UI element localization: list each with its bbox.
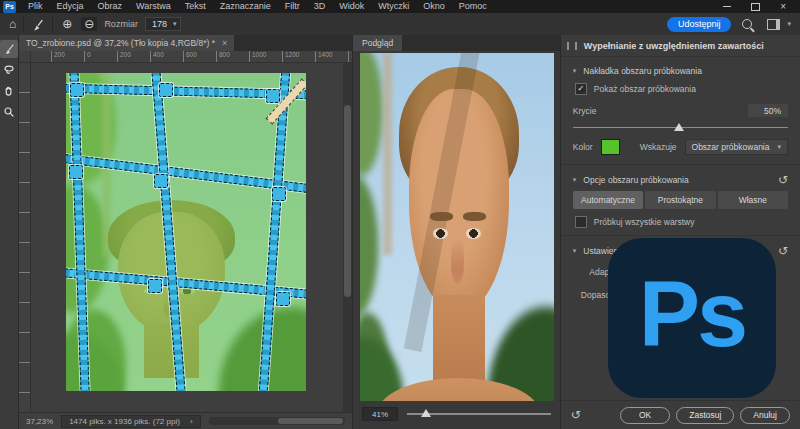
document-dimensions: 1474 piks. x 1936 piks. (72 ppi) xyxy=(69,417,180,426)
close-icon[interactable]: × xyxy=(780,2,786,12)
shoulders xyxy=(377,378,540,401)
panel-title: Wypełnianie z uwzględnieniem zawartości xyxy=(584,41,764,51)
lasso-tool[interactable] xyxy=(0,61,18,79)
preview-tab[interactable]: Podgląd xyxy=(353,35,402,51)
chevron-down-icon: ▾ xyxy=(173,20,177,28)
menu-pomoc[interactable]: Pomoc xyxy=(452,0,494,13)
separator xyxy=(52,17,53,31)
tab-close-icon[interactable]: × xyxy=(222,38,227,48)
menu-edycja[interactable]: Edycja xyxy=(50,0,91,13)
menu-warstwa[interactable]: Warstwa xyxy=(129,0,178,13)
reset-icon[interactable]: ↺ xyxy=(778,245,788,257)
apply-button[interactable]: Zastosuj xyxy=(676,407,734,424)
sample-all-layers-label: Próbkuj wszystkie warstwy xyxy=(594,217,695,227)
share-button[interactable]: Udostępnij xyxy=(667,17,732,32)
sampling-brush-tool[interactable] xyxy=(0,40,18,58)
menu-filtr[interactable]: Filtr xyxy=(278,0,307,13)
menu-okno[interactable]: Okno xyxy=(416,0,452,13)
show-sampling-label: Pokaż obszar próbkowania xyxy=(594,84,696,94)
document-status-bar: 37,23% 1474 piks. x 1936 piks. (72 ppi) … xyxy=(19,412,352,429)
mode-auto-button[interactable]: Automatyczne xyxy=(573,191,643,209)
photoshop-window: Ps Plik Edycja Obraz Warstwa Tekst Zazna… xyxy=(0,0,800,429)
hand-tool[interactable] xyxy=(0,82,18,100)
document-dimensions-box[interactable]: 1474 piks. x 1936 piks. (72 ppi) › xyxy=(61,415,200,428)
tool-strip xyxy=(0,35,19,429)
workspace-switcher-icon[interactable] xyxy=(767,19,780,30)
document-tab[interactable]: TO_zrobione.psd @ 37,2% (Tło kopia 4,RGB… xyxy=(19,35,234,51)
net-knot xyxy=(154,174,168,188)
subtract-from-sampling-icon[interactable]: ⊖ xyxy=(81,17,97,31)
sampling-section-header[interactable]: ▾ Opcje obszaru próbkowania ↺ xyxy=(573,174,788,186)
divider xyxy=(561,235,800,236)
menu-3d[interactable]: 3D xyxy=(307,0,333,13)
overlay-section-title: Nakładka obszaru próbkowania xyxy=(583,66,702,76)
vertical-scrollbar-thumb[interactable] xyxy=(344,105,351,297)
mode-custom-button[interactable]: Własne xyxy=(718,191,788,209)
document-canvas[interactable] xyxy=(31,63,343,412)
menu-wtyczki[interactable]: Wtyczki xyxy=(371,0,416,13)
color-label: Kolor xyxy=(573,142,593,152)
ruler-tick: 200 xyxy=(51,51,84,62)
menu-widok[interactable]: Widok xyxy=(332,0,371,13)
horizontal-scrollbar[interactable] xyxy=(209,417,345,425)
eye xyxy=(466,228,481,239)
preview-zoom-bar: 41% xyxy=(353,405,560,429)
show-sampling-area-row[interactable]: ✓ Pokaż obszar próbkowania xyxy=(573,83,788,95)
preview-zoom-value[interactable]: 41% xyxy=(362,407,398,421)
sample-all-layers-checkbox[interactable] xyxy=(575,216,587,228)
mode-rectangular-button[interactable]: Prostokątne xyxy=(645,191,715,209)
home-icon[interactable]: ⌂ xyxy=(9,18,16,30)
show-sampling-checkbox[interactable]: ✓ xyxy=(575,83,587,95)
title-bar: Ps Plik Edycja Obraz Warstwa Tekst Zazna… xyxy=(0,0,800,13)
overlay-color-swatch[interactable] xyxy=(601,139,620,155)
zoom-percentage[interactable]: 37,23% xyxy=(26,417,53,426)
indicates-value: Obszar próbkowania xyxy=(692,142,770,152)
preview-zoom-slider-thumb[interactable] xyxy=(421,409,431,417)
chevron-down-icon[interactable]: ▾ xyxy=(787,20,791,28)
status-arrow-icon: › xyxy=(190,417,193,426)
check-icon: ✓ xyxy=(577,85,584,93)
minimize-icon[interactable] xyxy=(723,6,731,7)
vertical-scrollbar[interactable] xyxy=(343,63,352,412)
brush-size-input[interactable]: 178 ▾ xyxy=(145,17,182,31)
overlay-color-row: Kolor Wskazuje Obszar próbkowania ▾ xyxy=(573,139,788,155)
ruler-tick: 1400 xyxy=(315,51,348,62)
net-knot xyxy=(70,83,84,97)
sample-all-layers-row[interactable]: Próbkuj wszystkie warstwy xyxy=(573,216,788,228)
canvas-row xyxy=(19,63,352,412)
horizontal-scrollbar-thumb[interactable] xyxy=(278,418,343,424)
preview-image[interactable] xyxy=(360,53,554,401)
search-icon[interactable] xyxy=(742,19,752,29)
ruler-tick: 400 xyxy=(150,51,183,62)
ok-button[interactable]: OK xyxy=(620,407,670,424)
document-tab-bar: TO_zrobione.psd @ 37,2% (Tło kopia 4,RGB… xyxy=(19,35,352,51)
document-tab-title: TO_zrobione.psd @ 37,2% (Tło kopia 4,RGB… xyxy=(26,38,215,48)
zoom-tool[interactable] xyxy=(0,103,18,121)
photoshop-logo-text: Ps xyxy=(639,268,746,360)
menu-tekst[interactable]: Tekst xyxy=(178,0,213,13)
chevron-down-icon: ▾ xyxy=(777,143,781,151)
opacity-label: Krycie xyxy=(573,106,597,116)
brush-size-value: 178 xyxy=(152,19,167,29)
menu-plik[interactable]: Plik xyxy=(21,0,50,13)
indicates-dropdown[interactable]: Obszar próbkowania ▾ xyxy=(685,139,788,155)
reset-all-icon[interactable]: ↺ xyxy=(571,409,581,421)
opacity-row: Krycie 50% xyxy=(573,104,788,117)
ruler-corner xyxy=(19,51,31,62)
reset-icon[interactable]: ↺ xyxy=(778,174,788,186)
panel-grip-icon[interactable] xyxy=(567,42,577,50)
overlay-section-header[interactable]: ▾ Nakładka obszaru próbkowania xyxy=(573,66,788,76)
opacity-value[interactable]: 50% xyxy=(748,104,788,117)
opacity-slider-thumb[interactable] xyxy=(674,123,684,131)
net-knot xyxy=(266,89,280,103)
cancel-button[interactable]: Anuluj xyxy=(740,407,790,424)
add-to-sampling-icon[interactable]: ⊕ xyxy=(60,18,74,30)
preview-zoom-slider[interactable] xyxy=(407,413,551,415)
menu-zaznaczanie[interactable]: Zaznaczanie xyxy=(213,0,278,13)
preview-tab-bar: Podgląd xyxy=(353,35,560,51)
restore-icon[interactable] xyxy=(751,3,760,11)
brush-tool-preset-icon[interactable] xyxy=(31,18,45,31)
opacity-slider[interactable] xyxy=(573,122,788,133)
source-image-with-overlay[interactable] xyxy=(66,73,306,391)
menu-obraz[interactable]: Obraz xyxy=(91,0,130,13)
